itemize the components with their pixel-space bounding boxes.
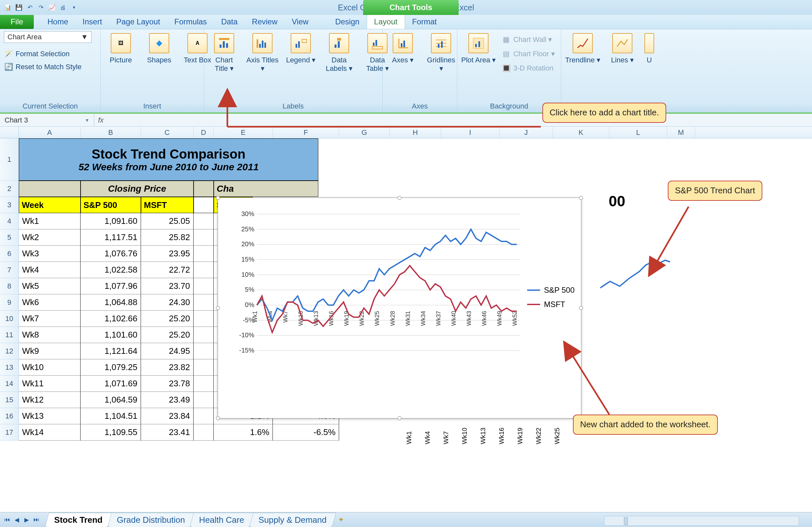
row-header-14[interactable]: 14: [0, 375, 19, 392]
cell-wk-11[interactable]: Wk11: [19, 375, 81, 392]
title-merged-cell[interactable]: Stock Trend Comparison 52 Weeks from Jun…: [19, 139, 318, 181]
tab-layout[interactable]: Layout: [367, 14, 405, 29]
col-header-E[interactable]: E: [214, 127, 273, 138]
sheet-nav-first-icon[interactable]: ⏮: [3, 516, 11, 524]
chart-resize-handle[interactable]: [579, 306, 583, 310]
cell-msft-5[interactable]: 23.70: [141, 278, 193, 294]
cell-sp-3[interactable]: 1,076.76: [81, 246, 141, 262]
cell-D8[interactable]: [193, 278, 214, 294]
horizontal-scrollbar[interactable]: [604, 516, 799, 526]
tab-page-layout[interactable]: Page Layout: [109, 15, 167, 29]
row-header-2[interactable]: 2: [0, 181, 19, 197]
col-header-A[interactable]: A: [19, 127, 81, 138]
row-header-15[interactable]: 15: [0, 392, 19, 408]
cell-wk-8[interactable]: Wk8: [19, 327, 81, 343]
row-header-9[interactable]: 9: [0, 294, 19, 311]
cell-D12[interactable]: [193, 343, 214, 359]
cell-sp-13[interactable]: 1,104.51: [81, 408, 141, 424]
sheet-tab-supply-demand[interactable]: Supply & Demand: [249, 513, 336, 527]
cell-D11[interactable]: [193, 327, 214, 343]
cell-sp-10[interactable]: 1,079.25: [81, 359, 141, 375]
cell-wk-3[interactable]: Wk3: [19, 246, 81, 262]
cell-wk-10[interactable]: Wk10: [19, 359, 81, 375]
col-header-M[interactable]: M: [667, 127, 695, 138]
chart-resize-handle[interactable]: [397, 196, 402, 200]
axes-button[interactable]: Axes ▾: [387, 31, 419, 64]
cell-D2[interactable]: [193, 181, 214, 197]
sheet-nav-last-icon[interactable]: ⏭: [32, 516, 40, 524]
name-box[interactable]: Chart 3: [0, 114, 94, 126]
cell-msft-8[interactable]: 25.20: [141, 327, 193, 343]
cell-sp-12[interactable]: 1,064.59: [81, 392, 141, 408]
chart-resize-handle[interactable]: [216, 306, 220, 310]
chart-resize-handle[interactable]: [216, 416, 220, 420]
qat-dropdown-icon[interactable]: ▼: [69, 2, 79, 13]
print-icon[interactable]: 🖨: [58, 2, 68, 13]
cell-D13[interactable]: [193, 359, 214, 375]
cell-D16[interactable]: [193, 408, 214, 424]
closing-price-header[interactable]: Closing Price: [81, 181, 193, 197]
select-all-corner[interactable]: [0, 127, 19, 138]
cell-msft-4[interactable]: 22.72: [141, 262, 193, 278]
cell-D15[interactable]: [193, 392, 214, 408]
chart-resize-handle[interactable]: [397, 416, 402, 420]
redo-icon[interactable]: ↷: [36, 2, 46, 13]
change-header[interactable]: Cha: [214, 181, 318, 197]
chart-resize-handle[interactable]: [216, 196, 220, 200]
col-header-B[interactable]: B: [81, 127, 141, 138]
chart-resize-handle[interactable]: [579, 196, 583, 200]
col-header-J[interactable]: J: [499, 127, 553, 138]
cell-wk-7[interactable]: Wk7: [19, 311, 81, 327]
chart-legend[interactable]: S&P 500 MSFT: [527, 286, 575, 314]
cell-D14[interactable]: [193, 375, 214, 392]
cell-msft-6[interactable]: 24.30: [141, 294, 193, 311]
tab-view[interactable]: View: [285, 15, 316, 29]
cell-D7[interactable]: [193, 262, 214, 278]
col-header-I[interactable]: I: [441, 127, 499, 138]
sheet-nav-prev-icon[interactable]: ◀: [13, 516, 21, 524]
cell-sp-11[interactable]: 1,071.69: [81, 375, 141, 392]
row-header-7[interactable]: 7: [0, 262, 19, 278]
row-header-8[interactable]: 8: [0, 278, 19, 294]
cell-sp-8[interactable]: 1,101.60: [81, 327, 141, 343]
cell-wk-5[interactable]: Wk5: [19, 278, 81, 294]
row-header-13[interactable]: 13: [0, 359, 19, 375]
cell-wk-14[interactable]: Wk14: [19, 424, 81, 441]
tab-format[interactable]: Format: [405, 15, 444, 29]
embedded-chart[interactable]: -15%-10%-5%0%5%10%15%20%25%30%Wk1Wk4Wk7W…: [218, 198, 581, 418]
cell-sp-5[interactable]: 1,077.96: [81, 278, 141, 294]
updown-bars-button[interactable]: U: [644, 31, 654, 64]
tab-data[interactable]: Data: [214, 15, 245, 29]
row-header-12[interactable]: 12: [0, 343, 19, 359]
cell-msft-3[interactable]: 23.95: [141, 246, 193, 262]
col-header-K[interactable]: K: [553, 127, 609, 138]
undo-icon[interactable]: ↶: [25, 2, 35, 13]
chart-plot-area[interactable]: -15%-10%-5%0%5%10%15%20%25%30%Wk1Wk4Wk7W…: [237, 208, 520, 389]
row-header-4[interactable]: 4: [0, 213, 19, 229]
cell-wk-6[interactable]: Wk6: [19, 294, 81, 311]
col-header-C[interactable]: C: [141, 127, 193, 138]
cell-msft-7[interactable]: 25.20: [141, 311, 193, 327]
tab-formulas[interactable]: Formulas: [167, 15, 214, 29]
tab-home[interactable]: Home: [40, 15, 75, 29]
chart-title-button[interactable]: Chart Title ▾: [208, 31, 240, 73]
cell-wk-2[interactable]: Wk2: [19, 229, 81, 246]
cell-msft-13[interactable]: 23.84: [141, 408, 193, 424]
cell-msft-10[interactable]: 23.82: [141, 359, 193, 375]
cell-A2[interactable]: [19, 181, 81, 197]
data-labels-button[interactable]: Data Labels ▾: [323, 31, 355, 73]
cell-chg-msft-14[interactable]: -6.5%: [273, 424, 339, 441]
row-header-17[interactable]: 17: [0, 424, 19, 441]
row-header-6[interactable]: 6: [0, 246, 19, 262]
week-header[interactable]: Week: [19, 197, 81, 213]
cell-sp-7[interactable]: 1,102.66: [81, 311, 141, 327]
shapes-button[interactable]: 🔷Shapes: [143, 31, 175, 64]
plot-area-button[interactable]: Plot Area ▾: [461, 31, 496, 64]
cell-sp-9[interactable]: 1,121.64: [81, 343, 141, 359]
fx-icon[interactable]: fx: [98, 116, 104, 125]
tab-review[interactable]: Review: [245, 15, 285, 29]
cell-D10[interactable]: [193, 311, 214, 327]
cell-sp-14[interactable]: 1,109.55: [81, 424, 141, 441]
cell-msft-12[interactable]: 23.49: [141, 392, 193, 408]
cell-msft-9[interactable]: 24.95: [141, 343, 193, 359]
